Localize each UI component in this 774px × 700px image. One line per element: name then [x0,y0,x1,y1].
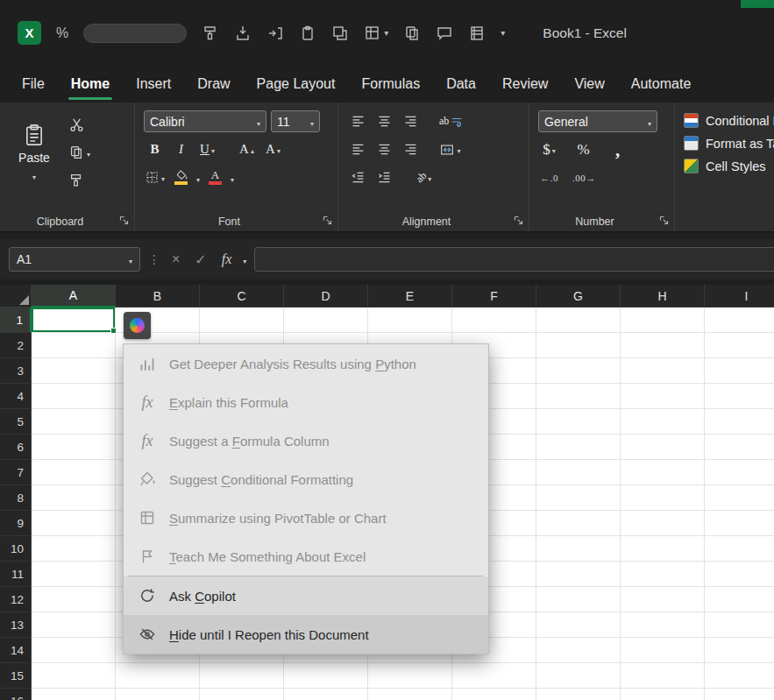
row-header-5[interactable]: 5 [0,409,32,435]
cell-C15[interactable] [200,663,284,689]
cell-I16[interactable] [705,689,774,700]
tab-file[interactable]: File [12,66,54,103]
cell-A11[interactable] [32,562,116,587]
row-header-13[interactable]: 13 [0,612,32,638]
tab-review[interactable]: Review [493,66,557,103]
cell-I5[interactable] [705,409,774,435]
cell-G3[interactable] [536,358,621,384]
cell-G8[interactable] [536,485,621,511]
cell-I11[interactable] [705,562,774,587]
cell-A2[interactable] [32,333,116,358]
increase-decimal-button[interactable]: ←.0 [538,166,560,188]
paste-button[interactable]: Paste [9,110,60,194]
formula-input[interactable] [254,247,774,272]
underline-button[interactable]: U [196,138,218,160]
column-header-A[interactable]: A [32,285,116,308]
name-box[interactable]: A1 [9,247,140,272]
cell-E16[interactable] [368,689,452,700]
cell-A4[interactable] [32,384,116,409]
number-format-combo[interactable]: General [538,110,657,132]
align-left-button[interactable] [347,138,369,160]
font-dialog-launcher[interactable] [322,215,333,226]
cell-H5[interactable] [621,409,705,435]
wrap-text-button[interactable]: ab [439,110,463,132]
row-header-4[interactable]: 4 [0,384,32,409]
cell-E1[interactable] [368,308,452,333]
select-all-button[interactable] [0,285,32,308]
middle-align-button[interactable] [373,110,395,132]
cell-A5[interactable] [32,409,116,435]
row-header-10[interactable]: 10 [0,536,32,562]
account-badge[interactable] [741,0,774,8]
font-size-combo[interactable]: 11 [271,110,320,132]
cell-A7[interactable] [32,460,116,485]
cell-G16[interactable] [536,689,621,700]
tab-draw[interactable]: Draw [188,66,239,103]
row-header-16[interactable]: 16 [0,689,32,700]
cell-I3[interactable] [705,358,774,384]
cell-A1[interactable] [32,308,116,333]
tab-data[interactable]: Data [437,66,486,103]
column-header-I[interactable]: I [705,285,774,308]
copy-icon[interactable] [403,25,421,42]
cell-H8[interactable] [621,485,705,511]
column-header-F[interactable]: F [452,285,536,308]
cell-A6[interactable] [32,435,116,460]
cell-E15[interactable] [368,663,452,689]
cell-C1[interactable] [200,308,284,333]
row-header-9[interactable]: 9 [0,511,32,536]
top-align-button[interactable] [347,110,369,132]
row-header-2[interactable]: 2 [0,333,32,358]
row-header-8[interactable]: 8 [0,485,32,511]
cell-G15[interactable] [536,663,621,689]
cell-D16[interactable] [284,689,368,700]
paste-chevron[interactable] [32,168,36,182]
cell-C16[interactable] [200,689,284,700]
cell-A16[interactable] [32,689,116,700]
row-header-7[interactable]: 7 [0,460,32,485]
comma-style-button[interactable]: , [607,138,628,160]
row-header-15[interactable]: 15 [0,663,32,689]
cell-H2[interactable] [621,333,705,358]
excel-logo[interactable] [18,21,41,45]
conditional-formatting-button[interactable]: Conditional Formatting [684,113,774,128]
column-header-G[interactable]: G [536,285,621,308]
cell-B16[interactable] [116,689,200,700]
cell-G1[interactable] [536,308,621,333]
insert-table-chevron[interactable] [384,28,388,38]
cell-D1[interactable] [284,308,368,333]
cell-F1[interactable] [452,308,536,333]
cell-H10[interactable] [621,536,705,562]
row-header-14[interactable]: 14 [0,638,32,663]
cell-G6[interactable] [536,435,621,460]
cell-A9[interactable] [32,511,116,536]
qat-overflow-chevron[interactable] [501,28,505,38]
comment-icon[interactable] [436,25,453,42]
cell-I9[interactable] [705,511,774,536]
tab-formulas[interactable]: Formulas [351,66,430,103]
cell-I15[interactable] [705,663,774,689]
cell-H11[interactable] [621,562,705,587]
clipboard-dialog-launcher[interactable] [118,215,130,226]
cell-G13[interactable] [536,612,621,638]
cell-H3[interactable] [621,358,705,384]
cell-B15[interactable] [116,663,200,689]
clipboard-icon[interactable] [299,25,316,42]
cell-G10[interactable] [536,536,621,562]
cell-I4[interactable] [705,384,774,409]
row-header-3[interactable]: 3 [0,358,32,384]
borders-button[interactable] [144,166,166,188]
align-center-button[interactable] [373,138,395,160]
alignment-dialog-launcher[interactable] [513,215,524,226]
menu-item-ask-copilot[interactable]: Ask Copilot [124,576,488,615]
tab-home[interactable]: Home [61,66,119,103]
cell-H1[interactable] [621,308,705,333]
font-color-chevron[interactable] [231,170,234,186]
decrease-indent-button[interactable] [347,166,369,188]
cell-G11[interactable] [536,562,621,587]
column-header-H[interactable]: H [621,285,705,308]
cell-I6[interactable] [705,435,774,460]
cell-I14[interactable] [705,638,774,663]
number-dialog-launcher[interactable] [658,215,670,226]
cell-H16[interactable] [621,689,705,700]
